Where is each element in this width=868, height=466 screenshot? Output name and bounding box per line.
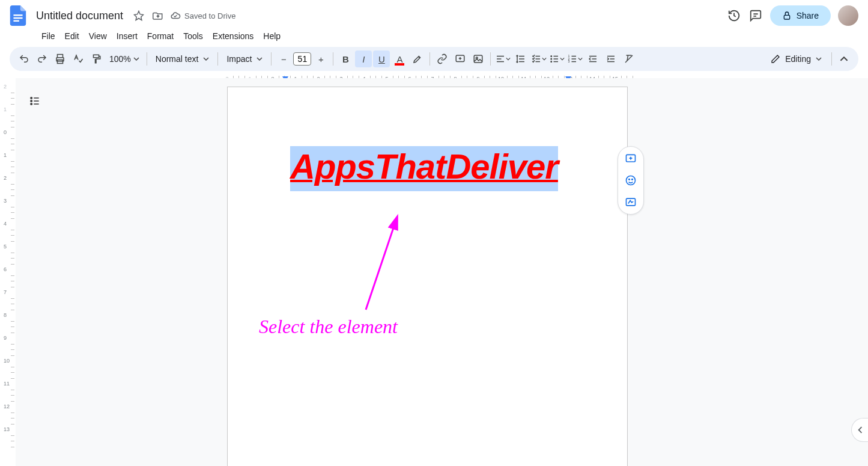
menu-edit[interactable]: Edit: [61, 29, 83, 43]
side-comment-tools: [618, 146, 644, 215]
move-icon[interactable]: [151, 8, 165, 23]
menu-insert[interactable]: Insert: [112, 29, 142, 43]
star-icon[interactable]: [132, 8, 146, 23]
emoji-icon[interactable]: [624, 173, 638, 188]
chevron-down-icon: [133, 56, 139, 62]
menu-extensions[interactable]: Extensions: [208, 29, 258, 43]
menu-file[interactable]: File: [37, 29, 59, 43]
fontsize-input[interactable]: [293, 52, 311, 66]
saved-status[interactable]: Saved to Drive: [170, 10, 235, 21]
header: Untitled document Saved to Drive Share: [0, 0, 868, 28]
ruler-number: 7: [4, 289, 7, 295]
bullet-list-button[interactable]: [548, 51, 565, 67]
separator: [831, 52, 832, 66]
svg-point-16: [31, 100, 32, 102]
ruler-number: 2: [4, 84, 7, 90]
share-label: Share: [797, 11, 819, 20]
lock-icon: [782, 11, 792, 20]
document-title[interactable]: Untitled document: [32, 8, 127, 23]
font-dropdown[interactable]: Impact: [222, 54, 267, 64]
share-button[interactable]: Share: [770, 5, 831, 26]
chevron-down-icon: [506, 57, 511, 61]
side-panel-toggle[interactable]: [851, 418, 868, 442]
decrease-fontsize-button[interactable]: −: [275, 51, 292, 67]
ruler-number: 1: [4, 152, 7, 158]
ruler-number: 3: [4, 198, 7, 204]
cloud-icon: [170, 10, 181, 21]
increase-fontsize-button[interactable]: +: [312, 51, 329, 67]
outline-button[interactable]: [26, 93, 43, 109]
document-page[interactable]: AppsThatDeliver Select the element: [227, 87, 628, 466]
increase-indent-button[interactable]: [602, 51, 619, 67]
editing-mode-dropdown[interactable]: Editing: [765, 54, 828, 64]
add-comment-icon[interactable]: [624, 152, 638, 166]
svg-rect-7: [475, 55, 483, 63]
undo-button[interactable]: [16, 51, 32, 67]
menubar: File Edit View Insert Format Tools Exten…: [0, 28, 868, 44]
menu-help[interactable]: Help: [259, 29, 285, 43]
separator: [217, 52, 218, 66]
bold-button[interactable]: B: [337, 51, 354, 67]
document-text: AppsThatDeliver: [290, 147, 558, 186]
italic-button[interactable]: I: [355, 51, 372, 67]
menu-view[interactable]: View: [85, 29, 111, 43]
ruler-number: 4: [4, 221, 7, 227]
chevron-down-icon: [578, 57, 583, 61]
ruler-number: 9: [4, 335, 7, 341]
toolbar: 100% Normal text Impact − + B I U A 123: [10, 47, 858, 71]
chevron-down-icon: [256, 56, 263, 62]
separator: [333, 52, 333, 66]
underline-button[interactable]: U: [373, 51, 390, 67]
selected-text[interactable]: AppsThatDeliver: [290, 146, 558, 191]
chevron-down-icon: [542, 57, 547, 61]
svg-point-11: [551, 61, 552, 63]
paint-format-button[interactable]: [88, 51, 105, 67]
svg-rect-0: [13, 14, 22, 16]
separator: [271, 52, 272, 66]
vertical-ruler[interactable]: 21012345678910111213: [0, 78, 16, 466]
history-icon[interactable]: [727, 8, 741, 23]
numbered-list-button[interactable]: 123: [566, 51, 583, 67]
chevron-down-icon: [816, 56, 822, 62]
ruler-number: 6: [4, 266, 7, 272]
annotation-arrow: [360, 213, 408, 316]
ruler-number: 11: [4, 381, 10, 387]
add-comment-button[interactable]: [452, 51, 469, 67]
svg-point-10: [551, 58, 552, 60]
avatar[interactable]: [838, 5, 858, 26]
collapse-toolbar-button[interactable]: [836, 51, 852, 67]
menu-tools[interactable]: Tools: [179, 29, 207, 43]
svg-point-22: [632, 179, 633, 180]
ruler-number: 12: [4, 403, 10, 409]
text-color-button[interactable]: A: [391, 51, 408, 67]
zoom-dropdown[interactable]: 100%: [106, 54, 143, 64]
ruler-number: 2: [4, 175, 7, 181]
align-dropdown[interactable]: [494, 51, 511, 67]
svg-point-21: [629, 179, 630, 180]
paragraph-style-dropdown[interactable]: Normal text: [151, 54, 214, 64]
docs-logo[interactable]: [6, 4, 30, 28]
ruler-number: 0: [4, 129, 7, 135]
decrease-indent-button[interactable]: [584, 51, 601, 67]
saved-status-text: Saved to Drive: [184, 11, 235, 20]
suggest-icon[interactable]: [624, 195, 638, 209]
clear-formatting-button[interactable]: [621, 51, 637, 67]
svg-line-18: [366, 221, 396, 310]
line-spacing-button[interactable]: [512, 51, 529, 67]
svg-point-15: [31, 97, 32, 99]
comments-icon[interactable]: [748, 8, 763, 23]
menu-format[interactable]: Format: [143, 29, 178, 43]
spellcheck-button[interactable]: [70, 51, 86, 67]
highlight-button[interactable]: [409, 51, 426, 67]
svg-point-20: [627, 176, 636, 185]
ruler-number: 8: [4, 312, 7, 318]
annotation-text: Select the element: [259, 316, 398, 338]
checklist-button[interactable]: [530, 51, 547, 67]
insert-image-button[interactable]: [470, 51, 487, 67]
svg-rect-1: [13, 17, 22, 19]
print-button[interactable]: [52, 51, 68, 67]
svg-rect-2: [13, 20, 19, 22]
redo-button[interactable]: [34, 51, 50, 67]
link-button[interactable]: [434, 51, 451, 67]
ruler-number: 5: [4, 244, 7, 250]
